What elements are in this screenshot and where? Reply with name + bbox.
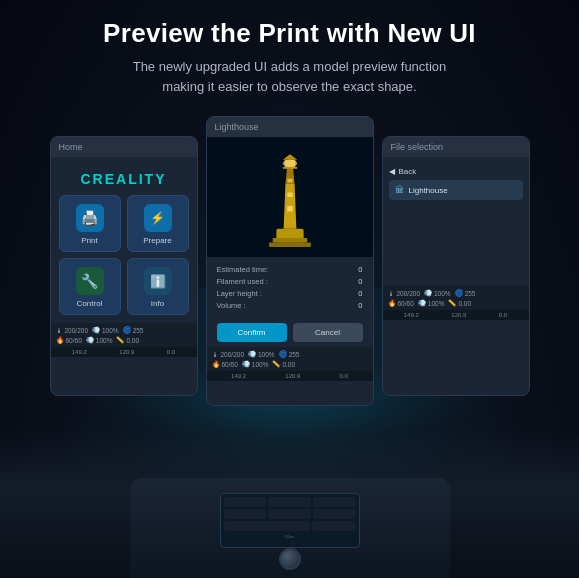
layer-height-val: 0 <box>358 289 362 298</box>
estimated-time-val: 0 <box>358 265 362 274</box>
right-z-pos: 0.0 <box>499 312 507 318</box>
icon-label: ICon <box>224 534 356 539</box>
center-content: Estimated time: 0 Filament used : 0 Laye… <box>207 137 373 381</box>
left-screen-header: Home <box>51 137 197 157</box>
left-fan2: 💨 100% <box>86 336 113 344</box>
center-x-pos: 149.2 <box>231 373 246 379</box>
center-fan2: 💨 100% <box>242 360 269 368</box>
confirm-button[interactable]: Confirm <box>217 323 287 342</box>
right-temp1: 🌡 200/200 <box>388 290 421 297</box>
center-status-row1: 🌡 200/200 💨 100% 🌀 255 <box>212 350 368 358</box>
right-fan2: 💨 100% <box>418 299 445 307</box>
estimated-time-row: Estimated time: 0 <box>217 263 363 275</box>
top-section: Preview the Print with New UI The newly … <box>0 0 579 106</box>
home-content: CREALITY 🖨️ Print ⚡ Prepare 🔧 Control ℹ️… <box>51 157 197 323</box>
cancel-button[interactable]: Cancel <box>293 323 363 342</box>
back-arrow-icon: ◀ <box>389 167 395 176</box>
left-screen: Home CREALITY 🖨️ Print ⚡ Prepare 🔧 Contr… <box>50 136 198 396</box>
control-label: Control <box>64 299 116 308</box>
center-pos-bar: 149.2 120.9 0.0 <box>207 371 373 381</box>
right-fan1: 💨 100% <box>424 289 451 297</box>
control-icon: 🔧 <box>76 267 104 295</box>
left-status-bar: 🌡 200/200 💨 100% 🌀 255 🔥 60/60 💨 100% 📏 … <box>51 323 197 347</box>
estimated-time-label: Estimated time: <box>217 265 269 274</box>
center-screen-header: Lighthouse <box>207 117 373 137</box>
printer-silhouette: ICon <box>130 478 450 578</box>
action-buttons: Confirm Cancel <box>207 317 373 347</box>
file-item-lighthouse[interactable]: 🏛 Lighthouse <box>389 180 523 200</box>
layer-height-label: Layer height : <box>217 289 262 298</box>
prepare-icon: ⚡ <box>144 204 172 232</box>
info-icon: ℹ️ <box>144 267 172 295</box>
right-height: 📏 0.00 <box>448 299 471 307</box>
layer-height-row: Layer height : 0 <box>217 287 363 299</box>
left-temp2: 🔥 60/60 <box>56 336 82 344</box>
filament-label: Filament used : <box>217 277 268 286</box>
printer-base: ICon <box>0 428 579 578</box>
center-z-pos: 0.0 <box>340 373 348 379</box>
back-label: Back <box>399 167 417 176</box>
center-flow1: 🌀 255 <box>279 350 300 358</box>
file-name: Lighthouse <box>409 186 448 195</box>
screens-container: Home CREALITY 🖨️ Print ⚡ Prepare 🔧 Contr… <box>0 106 579 406</box>
center-status-bar: 🌡 200/200 💨 100% 🌀 255 🔥 60/60 💨 100% 📏 … <box>207 347 373 371</box>
right-pos-bar: 149.2 120.9 0.0 <box>383 310 529 320</box>
back-button[interactable]: ◀ Back <box>389 163 523 180</box>
print-button[interactable]: 🖨️ Print <box>59 195 121 252</box>
right-status-bar: 🌡 200/200 💨 100% 🌀 255 🔥 60/60 💨 100% 📏 … <box>383 286 529 310</box>
info-label: Info <box>132 299 184 308</box>
prepare-label: Prepare <box>132 236 184 245</box>
right-status-row2: 🔥 60/60 💨 100% 📏 0.00 <box>388 299 524 307</box>
svg-rect-5 <box>287 206 292 211</box>
control-button[interactable]: 🔧 Control <box>59 258 121 315</box>
svg-rect-7 <box>287 179 292 183</box>
svg-marker-4 <box>282 154 297 159</box>
volume-val: 0 <box>358 301 362 310</box>
left-height: 📏 0.00 <box>116 336 139 344</box>
left-y-pos: 120.9 <box>119 349 134 355</box>
right-status-row1: 🌡 200/200 💨 100% 🌀 255 <box>388 289 524 297</box>
center-height: 📏 0.00 <box>272 360 295 368</box>
printer-body: ICon <box>130 458 450 578</box>
filament-val: 0 <box>358 277 362 286</box>
center-y-pos: 120.9 <box>285 373 300 379</box>
right-y-pos: 120.9 <box>451 312 466 318</box>
page-title: Preview the Print with New UI <box>40 18 539 49</box>
right-x-pos: 149.2 <box>404 312 419 318</box>
print-icon: 🖨️ <box>76 204 104 232</box>
right-screen: File selection ◀ Back 🏛 Lighthouse 🌡 200… <box>382 136 530 396</box>
left-status-row1: 🌡 200/200 💨 100% 🌀 255 <box>56 326 192 334</box>
svg-point-8 <box>282 160 297 167</box>
volume-row: Volume : 0 <box>217 299 363 311</box>
filament-row: Filament used : 0 <box>217 275 363 287</box>
center-temp1: 🌡 200/200 <box>212 351 245 358</box>
left-status-row2: 🔥 60/60 💨 100% 📏 0.00 <box>56 336 192 344</box>
svg-rect-10 <box>272 238 307 243</box>
center-fan1: 💨 100% <box>248 350 275 358</box>
volume-label: Volume : <box>217 301 246 310</box>
lighthouse-image <box>255 147 325 247</box>
prepare-button[interactable]: ⚡ Prepare <box>127 195 189 252</box>
center-temp2: 🔥 60/60 <box>212 360 238 368</box>
file-icon: 🏛 <box>395 185 404 195</box>
right-temp2: 🔥 60/60 <box>388 299 414 307</box>
left-pos-bar: 149.2 120.9 0.0 <box>51 347 197 357</box>
svg-rect-11 <box>269 242 311 247</box>
center-status-row2: 🔥 60/60 💨 100% 📏 0.00 <box>212 360 368 368</box>
info-button[interactable]: ℹ️ Info <box>127 258 189 315</box>
svg-rect-6 <box>287 192 292 197</box>
file-content: ◀ Back 🏛 Lighthouse <box>383 157 529 206</box>
page-subtitle: The newly upgraded UI adds a model previ… <box>40 57 539 96</box>
model-preview <box>207 137 373 257</box>
svg-rect-9 <box>282 167 297 169</box>
center-screen: Lighthouse <box>206 116 374 406</box>
left-flow1: 🌀 255 <box>123 326 144 334</box>
left-x-pos: 149.2 <box>72 349 87 355</box>
print-label: Print <box>64 236 116 245</box>
control-knob[interactable] <box>279 548 301 570</box>
right-screen-header: File selection <box>383 137 529 157</box>
model-info: Estimated time: 0 Filament used : 0 Laye… <box>207 257 373 317</box>
home-grid: 🖨️ Print ⚡ Prepare 🔧 Control ℹ️ Info <box>59 195 189 315</box>
printer-screen-area: ICon <box>220 493 360 548</box>
left-temp1: 🌡 200/200 <box>56 327 89 334</box>
